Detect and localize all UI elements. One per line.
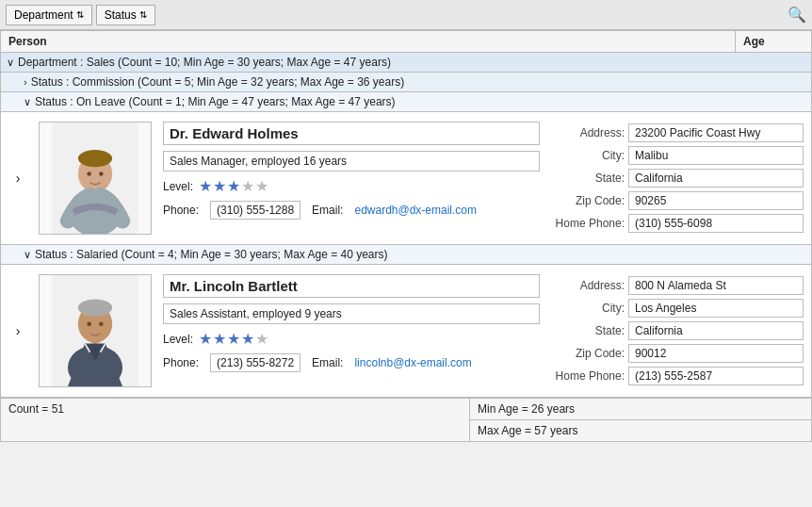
- svg-point-6: [99, 172, 104, 176]
- col-person: Person: [1, 31, 736, 52]
- search-icon: 🔍: [788, 7, 806, 23]
- email-label-2: Email:: [312, 356, 343, 369]
- table-header: Person Age: [1, 31, 811, 53]
- state-value-2: California: [628, 321, 804, 340]
- email-value-2[interactable]: lincolnb@dx-email.com: [354, 356, 471, 369]
- phone-value-1: (310) 555-1288: [210, 201, 300, 220]
- zip-value-2: 90012: [628, 344, 804, 363]
- zip-value-1: 90265: [628, 191, 804, 210]
- phone-label-2: Phone:: [163, 356, 199, 369]
- record-info-2: Mr. Lincoln Bartlett Sales Assistant, em…: [155, 270, 547, 391]
- record-title-2: Sales Assistant, employed 9 years: [163, 303, 540, 324]
- homephone-label-1: Home Phone:: [555, 217, 625, 230]
- addr-value-2: 800 N Alameda St: [628, 276, 804, 295]
- record-level-1: Level: ★★★★★: [163, 177, 540, 195]
- city-value-1: Malibu: [628, 146, 804, 165]
- status-sort-btn[interactable]: Status ⇅: [96, 5, 155, 25]
- state-value-1: California: [628, 169, 804, 188]
- state-label-2: State:: [555, 324, 625, 337]
- record-name-1: Dr. Edward Holmes: [163, 122, 540, 145]
- svg-point-4: [78, 150, 112, 167]
- expand-dept-icon[interactable]: ∨: [7, 57, 14, 69]
- addr-label-1: Address:: [555, 126, 625, 139]
- city-label-2: City:: [555, 302, 625, 315]
- group-status-onleave[interactable]: ∨ Status : On Leave (Count = 1; Min Age …: [1, 92, 811, 112]
- toolbar: Department ⇅ Status ⇅ 🔍: [0, 0, 812, 30]
- dept-sort-icon: ⇅: [76, 9, 84, 20]
- col-age: Age: [736, 31, 811, 52]
- homephone-label-2: Home Phone:: [555, 369, 625, 383]
- record-contact-2: Phone: (213) 555-8272 Email: lincolnb@dx…: [163, 353, 540, 372]
- level-label-1: Level:: [163, 180, 193, 193]
- status-sort-icon: ⇅: [139, 9, 147, 20]
- homephone-value-2: (213) 555-2587: [628, 367, 804, 385]
- homephone-value-1: (310) 555-6098: [628, 214, 804, 233]
- expand-commission-icon[interactable]: ›: [24, 76, 27, 88]
- expand-record-2[interactable]: ›: [1, 270, 35, 391]
- svg-point-13: [78, 299, 112, 316]
- group-status-salaried[interactable]: ∨ Status : Salaried (Count = 4; Min Age …: [1, 245, 811, 265]
- addr-value-1: 23200 Pacific Coast Hwy: [628, 123, 804, 142]
- state-label-1: State:: [555, 172, 625, 185]
- table-row: ›: [1, 265, 811, 398]
- photo-2: [39, 274, 152, 387]
- footer-age-stats: Min Age = 26 years Max Age = 57 years: [470, 399, 811, 441]
- record-address-2: Address: 800 N Alameda St City: Los Ange…: [547, 270, 811, 391]
- addr-label-2: Address:: [555, 279, 625, 292]
- expand-onleave-icon[interactable]: ∨: [24, 96, 31, 108]
- footer-max-age: Max Age = 57 years: [470, 420, 811, 441]
- expand-record-1[interactable]: ›: [1, 118, 35, 238]
- group-dept-label: Department : Sales (Count = 10; Min Age …: [18, 56, 391, 69]
- phone-value-2: (213) 555-8272: [210, 353, 300, 372]
- footer: Count = 51 Min Age = 26 years Max Age = …: [1, 398, 811, 441]
- record-title-1: Sales Manager, employed 16 years: [163, 151, 540, 172]
- department-sort-btn[interactable]: Department ⇅: [6, 5, 92, 25]
- record-contact-1: Phone: (310) 555-1288 Email: edwardh@dx-…: [163, 201, 540, 220]
- record-address-1: Address: 23200 Pacific Coast Hwy City: M…: [547, 118, 811, 238]
- email-label-1: Email:: [312, 204, 343, 217]
- group-dept-sales[interactable]: ∨ Department : Sales (Count = 10; Min Ag…: [1, 53, 811, 73]
- city-label-1: City:: [555, 149, 625, 162]
- record-info-1: Dr. Edward Holmes Sales Manager, employe…: [155, 118, 547, 238]
- zip-label-2: Zip Code:: [555, 347, 625, 360]
- zip-label-1: Zip Code:: [555, 194, 625, 207]
- status-label: Status: [105, 8, 137, 22]
- expand-salaried-icon[interactable]: ∨: [24, 249, 31, 261]
- footer-count: Count = 51: [1, 399, 470, 441]
- record-name-2: Mr. Lincoln Bartlett: [163, 274, 540, 298]
- level-label-2: Level:: [163, 333, 193, 346]
- record-level-2: Level: ★★★★★: [163, 330, 540, 348]
- stars-1: ★★★★★: [199, 177, 269, 195]
- phone-label-1: Phone:: [163, 204, 199, 217]
- email-value-1[interactable]: edwardh@dx-email.com: [354, 204, 477, 217]
- department-label: Department: [14, 8, 73, 22]
- group-onleave-label: Status : On Leave (Count = 1; Min Age = …: [35, 95, 396, 108]
- group-salaried-label: Status : Salaried (Count = 4; Min Age = …: [35, 248, 388, 261]
- search-button[interactable]: 🔍: [788, 6, 806, 24]
- city-value-2: Los Angeles: [628, 299, 804, 318]
- stars-2: ★★★★★: [199, 330, 269, 348]
- photo-1: [39, 122, 152, 235]
- table-row: › Dr.: [1, 112, 811, 245]
- footer-min-age: Min Age = 26 years: [470, 399, 811, 420]
- group-status-commission[interactable]: › Status : Commission (Count = 5; Min Ag…: [1, 73, 811, 92]
- main-grid: Person Age ∨ Department : Sales (Count =…: [0, 30, 812, 442]
- svg-point-14: [87, 321, 91, 326]
- group-commission-label: Status : Commission (Count = 5; Min Age …: [31, 75, 405, 89]
- svg-point-15: [99, 321, 104, 326]
- svg-point-5: [87, 172, 91, 176]
